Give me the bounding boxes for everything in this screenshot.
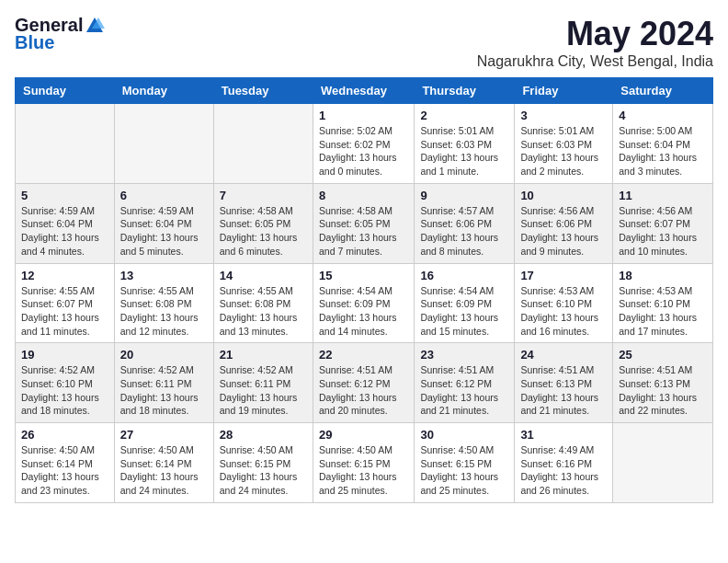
day-number: 23 (420, 348, 508, 362)
day-detail: Sunrise: 4:54 AMSunset: 6:09 PMDaylight:… (319, 284, 408, 339)
day-number: 30 (420, 428, 508, 442)
table-row: 25Sunrise: 4:51 AMSunset: 6:13 PMDayligh… (613, 343, 713, 423)
day-detail: Sunrise: 4:57 AMSunset: 6:06 PMDaylight:… (420, 204, 508, 259)
day-number: 8 (319, 189, 408, 202)
day-detail: Sunrise: 4:56 AMSunset: 6:07 PMDaylight:… (619, 204, 707, 259)
logo-blue: Blue (15, 32, 54, 53)
day-detail: Sunrise: 4:51 AMSunset: 6:13 PMDaylight:… (619, 363, 707, 418)
day-number: 27 (120, 428, 208, 442)
table-row: 8Sunrise: 4:58 AMSunset: 6:05 PMDaylight… (313, 183, 414, 263)
day-detail: Sunrise: 4:52 AMSunset: 6:11 PMDaylight:… (220, 363, 307, 418)
day-detail: Sunrise: 4:55 AMSunset: 6:08 PMDaylight:… (220, 284, 307, 339)
day-number: 14 (220, 269, 307, 282)
day-detail: Sunrise: 4:52 AMSunset: 6:11 PMDaylight:… (120, 363, 208, 418)
header-monday: Monday (114, 78, 213, 104)
table-row: 4Sunrise: 5:00 AMSunset: 6:04 PMDaylight… (613, 104, 713, 184)
table-row: 19Sunrise: 4:52 AMSunset: 6:10 PMDayligh… (16, 343, 115, 423)
table-row: 24Sunrise: 4:51 AMSunset: 6:13 PMDayligh… (515, 343, 613, 423)
table-row: 30Sunrise: 4:50 AMSunset: 6:15 PMDayligh… (415, 423, 515, 503)
day-detail: Sunrise: 4:53 AMSunset: 6:10 PMDaylight:… (619, 284, 707, 339)
location-title: Nagarukhra City, West Bengal, India (477, 53, 713, 70)
logo-icon (85, 16, 105, 36)
table-row: 22Sunrise: 4:51 AMSunset: 6:12 PMDayligh… (313, 343, 414, 423)
day-number: 17 (520, 269, 607, 282)
calendar-week-row: 26Sunrise: 4:50 AMSunset: 6:14 PMDayligh… (16, 423, 713, 503)
day-detail: Sunrise: 4:52 AMSunset: 6:10 PMDaylight:… (21, 363, 108, 418)
day-number: 6 (120, 189, 208, 202)
day-number: 20 (120, 348, 208, 362)
day-number: 31 (520, 428, 607, 442)
day-detail: Sunrise: 4:53 AMSunset: 6:10 PMDaylight:… (520, 284, 607, 339)
day-detail: Sunrise: 4:50 AMSunset: 6:14 PMDaylight:… (21, 443, 108, 498)
table-row: 23Sunrise: 4:51 AMSunset: 6:12 PMDayligh… (415, 343, 515, 423)
day-detail: Sunrise: 4:49 AMSunset: 6:16 PMDaylight:… (520, 443, 607, 498)
page-header: General Blue May 2024 Nagarukhra City, W… (15, 15, 713, 70)
header-saturday: Saturday (613, 78, 713, 104)
day-number: 10 (520, 189, 607, 202)
day-number: 25 (619, 348, 707, 362)
table-row: 15Sunrise: 4:54 AMSunset: 6:09 PMDayligh… (313, 263, 414, 343)
day-detail: Sunrise: 4:50 AMSunset: 6:15 PMDaylight:… (420, 443, 508, 498)
day-number: 12 (21, 269, 108, 282)
table-row: 14Sunrise: 4:55 AMSunset: 6:08 PMDayligh… (213, 263, 313, 343)
day-number: 5 (21, 189, 108, 202)
calendar-table: Sunday Monday Tuesday Wednesday Thursday… (15, 77, 713, 503)
day-detail: Sunrise: 5:02 AMSunset: 6:02 PMDaylight:… (319, 124, 408, 178)
calendar-week-row: 19Sunrise: 4:52 AMSunset: 6:10 PMDayligh… (16, 343, 713, 423)
calendar-header-row: Sunday Monday Tuesday Wednesday Thursday… (16, 78, 713, 104)
day-detail: Sunrise: 5:00 AMSunset: 6:04 PMDaylight:… (619, 124, 707, 178)
table-row (114, 104, 213, 184)
table-row: 18Sunrise: 4:53 AMSunset: 6:10 PMDayligh… (613, 263, 713, 343)
day-number: 18 (619, 269, 707, 282)
table-row: 31Sunrise: 4:49 AMSunset: 6:16 PMDayligh… (515, 423, 613, 503)
table-row: 1Sunrise: 5:02 AMSunset: 6:02 PMDaylight… (313, 104, 414, 184)
day-number: 24 (520, 348, 607, 362)
day-number: 22 (319, 348, 408, 362)
table-row: 26Sunrise: 4:50 AMSunset: 6:14 PMDayligh… (16, 423, 115, 503)
day-number: 4 (619, 109, 707, 122)
day-number: 2 (420, 109, 508, 122)
header-tuesday: Tuesday (213, 78, 313, 104)
table-row: 2Sunrise: 5:01 AMSunset: 6:03 PMDaylight… (415, 104, 515, 184)
table-row: 27Sunrise: 4:50 AMSunset: 6:14 PMDayligh… (114, 423, 213, 503)
day-number: 11 (619, 189, 707, 202)
day-detail: Sunrise: 4:51 AMSunset: 6:12 PMDaylight:… (319, 363, 408, 418)
month-title: May 2024 (477, 15, 713, 53)
header-friday: Friday (515, 78, 613, 104)
table-row: 21Sunrise: 4:52 AMSunset: 6:11 PMDayligh… (213, 343, 313, 423)
day-number: 13 (120, 269, 208, 282)
calendar-week-row: 12Sunrise: 4:55 AMSunset: 6:07 PMDayligh… (16, 263, 713, 343)
table-row: 9Sunrise: 4:57 AMSunset: 6:06 PMDaylight… (415, 183, 515, 263)
day-number: 21 (220, 348, 307, 362)
header-sunday: Sunday (16, 78, 115, 104)
day-number: 29 (319, 428, 408, 442)
table-row (613, 423, 713, 503)
day-number: 1 (319, 109, 408, 122)
calendar-week-row: 1Sunrise: 5:02 AMSunset: 6:02 PMDaylight… (16, 104, 713, 184)
day-detail: Sunrise: 4:51 AMSunset: 6:12 PMDaylight:… (420, 363, 508, 418)
table-row: 17Sunrise: 4:53 AMSunset: 6:10 PMDayligh… (515, 263, 613, 343)
table-row: 5Sunrise: 4:59 AMSunset: 6:04 PMDaylight… (16, 183, 115, 263)
day-number: 26 (21, 428, 108, 442)
header-thursday: Thursday (415, 78, 515, 104)
table-row: 7Sunrise: 4:58 AMSunset: 6:05 PMDaylight… (213, 183, 313, 263)
table-row: 29Sunrise: 4:50 AMSunset: 6:15 PMDayligh… (313, 423, 414, 503)
table-row: 11Sunrise: 4:56 AMSunset: 6:07 PMDayligh… (613, 183, 713, 263)
day-detail: Sunrise: 4:55 AMSunset: 6:08 PMDaylight:… (120, 284, 208, 339)
day-detail: Sunrise: 4:50 AMSunset: 6:15 PMDaylight:… (220, 443, 307, 498)
table-row: 20Sunrise: 4:52 AMSunset: 6:11 PMDayligh… (114, 343, 213, 423)
day-detail: Sunrise: 5:01 AMSunset: 6:03 PMDaylight:… (420, 124, 508, 178)
day-detail: Sunrise: 5:01 AMSunset: 6:03 PMDaylight:… (520, 124, 607, 178)
title-section: May 2024 Nagarukhra City, West Bengal, I… (477, 15, 713, 70)
day-number: 3 (520, 109, 607, 122)
day-detail: Sunrise: 4:58 AMSunset: 6:05 PMDaylight:… (319, 204, 408, 259)
day-detail: Sunrise: 4:50 AMSunset: 6:14 PMDaylight:… (120, 443, 208, 498)
table-row: 16Sunrise: 4:54 AMSunset: 6:09 PMDayligh… (415, 263, 515, 343)
day-detail: Sunrise: 4:51 AMSunset: 6:13 PMDaylight:… (520, 363, 607, 418)
table-row: 13Sunrise: 4:55 AMSunset: 6:08 PMDayligh… (114, 263, 213, 343)
table-row: 28Sunrise: 4:50 AMSunset: 6:15 PMDayligh… (213, 423, 313, 503)
logo: General Blue (15, 15, 105, 53)
day-number: 15 (319, 269, 408, 282)
header-wednesday: Wednesday (313, 78, 414, 104)
table-row: 3Sunrise: 5:01 AMSunset: 6:03 PMDaylight… (515, 104, 613, 184)
